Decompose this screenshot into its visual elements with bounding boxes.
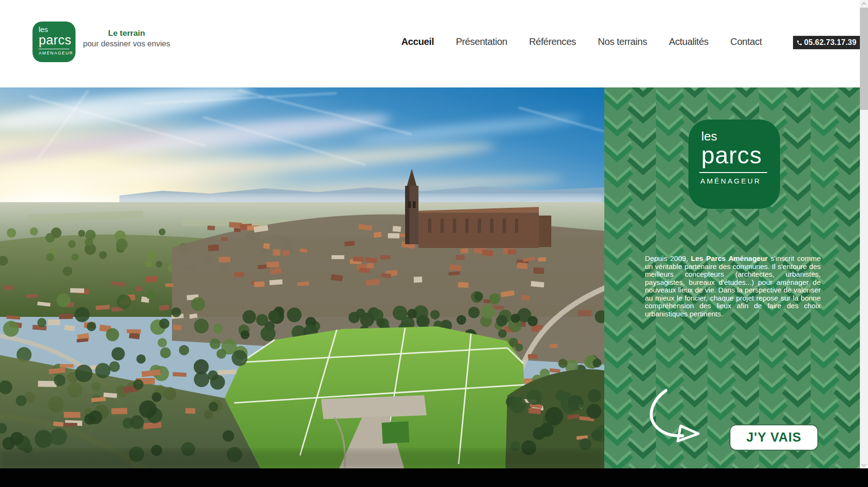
panel-logo: les parcs AMÉNAGEUR — [688, 119, 780, 209]
development-field — [225, 326, 525, 468]
phone-number: 05.62.73.17.39 — [804, 38, 857, 47]
hero-image — [0, 87, 604, 468]
scrollbar-thumb[interactable] — [860, 8, 868, 110]
tagline-bold: Le terrain — [79, 29, 174, 38]
aerial-village-photo — [0, 87, 604, 468]
intro-paragraph: Depuis 2009, Les Parcs Aménageur s'inscr… — [645, 255, 821, 318]
jy-vais-button[interactable]: J'Y VAIS — [729, 424, 818, 451]
scrollbar[interactable] — [860, 0, 868, 468]
panel-logo-les: les — [701, 130, 780, 143]
scrollbar-down-button[interactable] — [860, 461, 868, 468]
panel-logo-parcs: parcs — [701, 143, 780, 168]
phone-number-badge[interactable]: 05.62.73.17.39 — [793, 36, 860, 49]
logo-divider — [39, 49, 69, 49]
nav-item-references[interactable]: Références — [529, 36, 576, 47]
header-logo[interactable]: les parcs AMÉNAGEUR — [32, 22, 75, 62]
panel-logo-divider — [699, 172, 767, 173]
nav-item-nos-terrains[interactable]: Nos terrains — [598, 36, 647, 47]
paragraph-rest: s'inscrit comme un véritable partenaire … — [645, 254, 821, 318]
tagline: Le terrain pour dessiner vos envies — [79, 29, 174, 48]
chevron-down-icon — [862, 462, 867, 466]
logo-text-parcs: parcs — [39, 34, 70, 47]
main-nav: Accueil Présentation Références Nos terr… — [401, 36, 762, 47]
nav-item-presentation[interactable]: Présentation — [456, 36, 507, 47]
intro-panel: les parcs AMÉNAGEUR Depuis 2009, Les Par… — [604, 87, 860, 468]
paragraph-prefix: Depuis 2009, — [645, 254, 691, 262]
hero-section: les parcs AMÉNAGEUR Depuis 2009, Les Par… — [0, 87, 868, 468]
nav-item-contact[interactable]: Contact — [730, 36, 762, 47]
curved-arrow-icon — [642, 389, 707, 444]
paragraph-brand-bold: Les Parcs Aménageur — [691, 254, 768, 262]
scrollbar-up-button[interactable] — [860, 0, 868, 8]
tagline-rest: pour dessiner vos envies — [79, 39, 174, 48]
nav-item-accueil[interactable]: Accueil — [401, 36, 434, 47]
nav-item-actualites[interactable]: Actualités — [669, 36, 708, 47]
bottom-black-bar — [0, 468, 868, 487]
site-header: les parcs AMÉNAGEUR Le terrain pour dess… — [0, 0, 868, 87]
chevron-up-icon — [862, 2, 867, 7]
phone-icon — [796, 40, 803, 46]
logo-text-amenageur: AMÉNAGEUR — [39, 51, 70, 55]
panel-logo-amenageur: AMÉNAGEUR — [700, 177, 780, 185]
